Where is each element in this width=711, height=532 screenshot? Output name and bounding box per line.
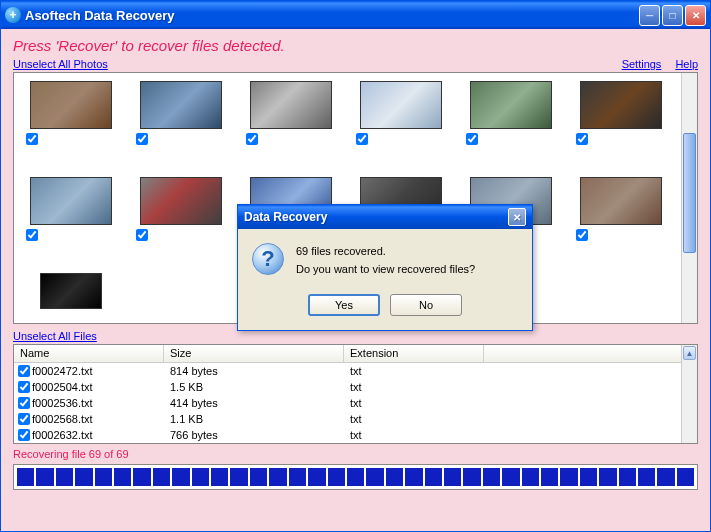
thumbnail-image	[250, 81, 332, 129]
column-header-size[interactable]: Size	[164, 345, 344, 362]
file-list-scrollbar[interactable]: ▲	[681, 345, 697, 443]
column-header-name[interactable]: Name	[14, 345, 164, 362]
thumbnail-image	[580, 81, 662, 129]
thumbnail-image	[470, 81, 552, 129]
file-checkbox[interactable]	[18, 413, 30, 425]
no-button[interactable]: No	[390, 294, 462, 316]
file-name: f0002536.txt	[32, 397, 93, 409]
file-size: 1.1 KB	[164, 413, 344, 425]
photo-thumbnail[interactable]	[356, 81, 446, 149]
photo-thumbnail[interactable]	[26, 81, 116, 149]
thumbnail-checkbox[interactable]	[26, 133, 38, 145]
thumbnail-image	[30, 81, 112, 129]
thumbnail-checkbox[interactable]	[26, 229, 38, 241]
thumbnail-checkbox[interactable]	[136, 133, 148, 145]
thumbnail-checkbox[interactable]	[576, 133, 588, 145]
app-icon	[5, 7, 21, 23]
file-row[interactable]: f0002536.txt 414 bytes txt	[14, 395, 697, 411]
instruction-text: Press 'Recover' to recover files detecte…	[13, 37, 698, 54]
file-row[interactable]: f0002472.txt 814 bytes txt	[14, 363, 697, 379]
photo-thumbnail[interactable]	[26, 273, 116, 309]
file-checkbox[interactable]	[18, 429, 30, 441]
progress-bar	[13, 464, 698, 490]
column-header-blank[interactable]	[484, 345, 697, 362]
thumbnail-image	[140, 177, 222, 225]
file-name: f0002632.txt	[32, 429, 93, 441]
unselect-all-photos-link[interactable]: Unselect All Photos	[13, 58, 108, 70]
photo-thumbnail[interactable]	[466, 81, 556, 149]
minimize-button[interactable]: ─	[639, 5, 660, 26]
file-extension: txt	[344, 381, 484, 393]
photo-thumbnail[interactable]	[26, 177, 116, 245]
file-list-pane: Name Size Extension f0002472.txt 814 byt…	[13, 344, 698, 444]
thumbnail-image	[140, 81, 222, 129]
thumbnail-image	[40, 273, 102, 309]
status-text: Recovering file 69 of 69	[13, 448, 698, 460]
file-size: 414 bytes	[164, 397, 344, 409]
maximize-button[interactable]: □	[662, 5, 683, 26]
dialog-line2: Do you want to view recovered files?	[296, 261, 475, 279]
thumbnail-image	[360, 81, 442, 129]
column-header-extension[interactable]: Extension	[344, 345, 484, 362]
unselect-all-files-link[interactable]: Unselect All Files	[13, 330, 97, 342]
scroll-up-icon[interactable]: ▲	[683, 346, 696, 360]
file-row[interactable]: f0002632.txt 766 bytes txt	[14, 427, 697, 443]
file-size: 1.5 KB	[164, 381, 344, 393]
thumbnail-checkbox[interactable]	[576, 229, 588, 241]
file-name: f0002472.txt	[32, 365, 93, 377]
thumbnail-checkbox[interactable]	[246, 133, 258, 145]
file-name: f0002504.txt	[32, 381, 93, 393]
file-checkbox[interactable]	[18, 381, 30, 393]
file-extension: txt	[344, 397, 484, 409]
file-extension: txt	[344, 365, 484, 377]
file-row[interactable]: f0002504.txt 1.5 KB txt	[14, 379, 697, 395]
dialog-title: Data Recovery	[244, 210, 508, 224]
window-title: Asoftech Data Recovery	[25, 8, 639, 23]
close-button[interactable]: ✕	[685, 5, 706, 26]
file-extension: txt	[344, 413, 484, 425]
scrollbar-thumb[interactable]	[683, 133, 696, 253]
photo-thumbnail[interactable]	[246, 81, 336, 149]
settings-link[interactable]: Settings	[622, 58, 662, 70]
dialog-titlebar: Data Recovery ✕	[238, 205, 532, 229]
thumbnail-checkbox[interactable]	[136, 229, 148, 241]
thumbnail-image	[580, 177, 662, 225]
photo-thumbnail[interactable]	[136, 177, 226, 245]
file-name: f0002568.txt	[32, 413, 93, 425]
photo-scrollbar[interactable]	[681, 73, 697, 323]
dialog-line1: 69 files recovered.	[296, 243, 475, 261]
photo-thumbnail[interactable]	[576, 81, 666, 149]
yes-button[interactable]: Yes	[308, 294, 380, 316]
photo-thumbnail[interactable]	[136, 81, 226, 149]
titlebar: Asoftech Data Recovery ─ □ ✕	[1, 1, 710, 29]
photo-thumbnail[interactable]	[576, 177, 666, 245]
thumbnail-checkbox[interactable]	[466, 133, 478, 145]
file-extension: txt	[344, 429, 484, 441]
file-row[interactable]: f0002568.txt 1.1 KB txt	[14, 411, 697, 427]
dialog-message: 69 files recovered. Do you want to view …	[296, 243, 475, 278]
thumbnail-checkbox[interactable]	[356, 133, 368, 145]
file-list-header: Name Size Extension	[14, 345, 697, 363]
app-window: Asoftech Data Recovery ─ □ ✕ Press 'Reco…	[0, 0, 711, 532]
file-size: 814 bytes	[164, 365, 344, 377]
question-icon: ?	[252, 243, 284, 275]
file-checkbox[interactable]	[18, 397, 30, 409]
recovery-dialog: Data Recovery ✕ ? 69 files recovered. Do…	[237, 204, 533, 331]
thumbnail-image	[30, 177, 112, 225]
file-size: 766 bytes	[164, 429, 344, 441]
file-checkbox[interactable]	[18, 365, 30, 377]
dialog-close-button[interactable]: ✕	[508, 208, 526, 226]
help-link[interactable]: Help	[675, 58, 698, 70]
